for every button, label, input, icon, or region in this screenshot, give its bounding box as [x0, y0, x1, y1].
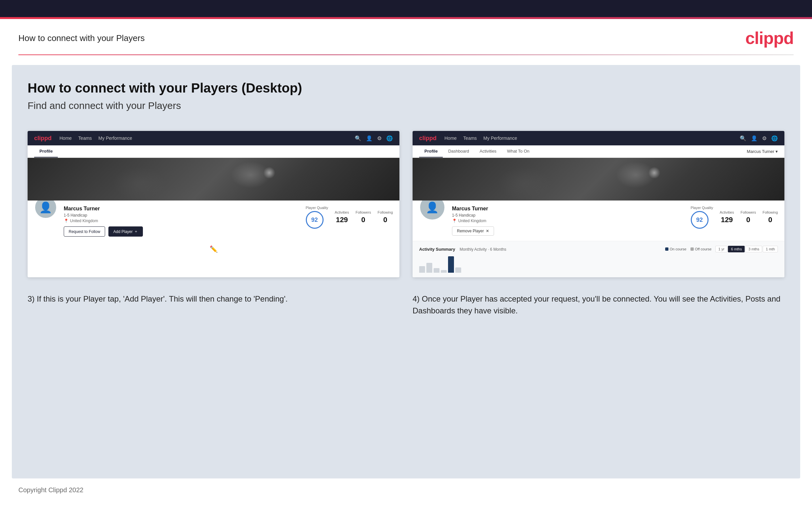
followers-label-1: Followers	[355, 210, 371, 214]
header: How to connect with your Players clippd	[0, 19, 812, 54]
time-btn-6mths[interactable]: 6 mths	[728, 246, 745, 252]
tabs-right-label[interactable]: Marcus Turner ▾	[747, 146, 778, 158]
settings-icon-2[interactable]: ⚙	[762, 135, 767, 142]
add-player-button[interactable]: Add Player ＋	[108, 226, 143, 237]
following-label-2: Following	[763, 210, 778, 214]
tab-profile-2[interactable]: Profile	[419, 146, 443, 158]
footer: Copyright Clippd 2022	[0, 478, 812, 502]
time-buttons: 1 yr 6 mths 3 mths 1 mth	[715, 246, 778, 252]
hero-texture-1	[28, 158, 399, 201]
search-icon-1[interactable]: 🔍	[355, 135, 361, 142]
following-value-2: 0	[763, 216, 778, 224]
chart-bar-5	[448, 256, 454, 273]
player-location-1: 📍 United Kingdom	[64, 219, 293, 223]
chart-bar-3	[434, 268, 440, 273]
followers-label-2: Followers	[741, 210, 756, 214]
stat-quality-2: Player Quality 92	[691, 206, 713, 229]
profile-section-2: 👤 Marcus Turner 1-5 Handicap 📍 United Ki…	[413, 201, 784, 241]
plus-icon: ＋	[134, 229, 138, 234]
stat-followers-2: Followers 0	[741, 210, 756, 224]
location-text-1: United Kingdom	[70, 219, 98, 223]
app-nav-icons-2: 🔍 👤 ⚙ 🌐	[740, 135, 778, 142]
scroll-icon-1: ✏️	[210, 245, 218, 253]
quality-circle-1: 92	[306, 211, 323, 229]
time-btn-3mths[interactable]: 3 mths	[745, 246, 762, 252]
remove-player-button[interactable]: Remove Player ✕	[452, 226, 494, 236]
search-icon-2[interactable]: 🔍	[740, 135, 746, 142]
hero-image-2	[413, 158, 784, 201]
profile-info-2: Marcus Turner 1-5 Handicap 📍 United King…	[452, 206, 678, 236]
globe-icon-1[interactable]: 🌐	[386, 135, 393, 142]
time-btn-1yr[interactable]: 1 yr	[715, 246, 727, 252]
page-title: How to connect with your Players (Deskto…	[28, 81, 784, 96]
legend-offcourse: Off course	[691, 247, 712, 251]
chart-bar-1	[419, 266, 425, 273]
app-nav-icons-1: 🔍 👤 ⚙ 🌐	[355, 135, 393, 142]
player-name-1: Marcus Turner	[64, 206, 293, 212]
player-actions-1: Request to Follow Add Player ＋	[64, 226, 293, 237]
activities-label-1: Activities	[335, 210, 349, 214]
app-nav-links-2: Home Teams My Performance	[445, 135, 517, 141]
clippd-logo: clippd	[745, 28, 794, 48]
chart-bar-2	[426, 263, 432, 273]
tab-profile-1[interactable]: Profile	[34, 146, 58, 158]
nav-home-1[interactable]: Home	[59, 135, 71, 141]
followers-value-1: 0	[355, 216, 371, 224]
legend-dot-oncourse	[665, 247, 668, 251]
player-name-2: Marcus Turner	[452, 206, 678, 212]
caption-3: 3) If this is your Player tap, 'Add Play…	[28, 293, 399, 305]
main-content: How to connect with your Players (Deskto…	[12, 65, 800, 478]
globe-icon-2[interactable]: 🌐	[771, 135, 778, 142]
settings-icon-1[interactable]: ⚙	[377, 135, 382, 142]
avatar-person-icon-1: 👤	[39, 201, 52, 214]
screenshots-row: clippd Home Teams My Performance 🔍 👤 ⚙ 🌐…	[28, 131, 784, 277]
location-text-2: United Kingdom	[458, 219, 486, 223]
time-btn-1mth[interactable]: 1 mth	[763, 246, 778, 252]
location-icon-2: 📍	[452, 219, 457, 223]
activities-value-2: 129	[720, 216, 734, 224]
activity-title: Activity Summary	[419, 247, 455, 252]
page-subtitle: Find and connect with your Players	[28, 100, 784, 111]
caption-block-4: 4) Once your Player has accepted your re…	[413, 293, 784, 317]
request-follow-button[interactable]: Request to Follow	[64, 226, 105, 237]
nav-teams-2[interactable]: Teams	[463, 135, 476, 141]
tab-activities-2[interactable]: Activities	[474, 146, 502, 158]
app-tabs-1: Profile	[28, 146, 399, 158]
top-bar	[0, 0, 812, 17]
stat-following-1: Following 0	[378, 210, 393, 224]
activities-label-2: Activities	[720, 210, 734, 214]
user-icon-1[interactable]: 👤	[366, 135, 372, 142]
player-location-2: 📍 United Kingdom	[452, 219, 678, 223]
caption-4: 4) Once your Player has accepted your re…	[413, 293, 784, 317]
nav-teams-1[interactable]: Teams	[78, 135, 92, 141]
nav-performance-1[interactable]: My Performance	[99, 135, 133, 141]
location-icon-1: 📍	[64, 219, 69, 223]
tab-dashboard-2[interactable]: Dashboard	[443, 146, 474, 158]
stats-row-1: Player Quality 92 Activities 129 Followe…	[299, 206, 393, 229]
legend-oncourse: On course	[665, 247, 687, 251]
add-player-label: Add Player	[113, 229, 133, 234]
activity-header: Activity Summary Monthly Activity · 6 Mo…	[419, 246, 778, 252]
close-icon: ✕	[486, 229, 489, 233]
screenshot-2: clippd Home Teams My Performance 🔍 👤 ⚙ 🌐…	[413, 131, 784, 277]
tab-what-to-on-2[interactable]: What To On	[502, 146, 535, 158]
scroll-area-1: ✏️	[28, 242, 399, 256]
activity-controls: On course Off course 1 yr 6 mths 3 mths …	[665, 246, 778, 252]
chart-bar-6	[455, 268, 461, 273]
copyright: Copyright Clippd 2022	[18, 486, 84, 494]
following-value-1: 0	[378, 216, 393, 224]
legend-label-oncourse: On course	[670, 247, 687, 251]
page-breadcrumb: How to connect with your Players	[18, 33, 145, 43]
nav-performance-2[interactable]: My Performance	[484, 135, 517, 141]
stats-row-2: Player Quality 92 Activities 129 Followe…	[684, 206, 778, 229]
remove-player-label: Remove Player	[457, 229, 484, 233]
activity-subtitle: Monthly Activity · 6 Months	[460, 247, 506, 252]
stat-following-2: Following 0	[763, 210, 778, 224]
user-icon-2[interactable]: 👤	[751, 135, 757, 142]
nav-home-2[interactable]: Home	[445, 135, 457, 141]
player-actions-2: Remove Player ✕	[452, 226, 678, 236]
captions-row: 3) If this is your Player tap, 'Add Play…	[28, 293, 784, 317]
followers-value-2: 0	[741, 216, 756, 224]
activity-summary: Activity Summary Monthly Activity · 6 Mo…	[413, 241, 784, 277]
profile-info-1: Marcus Turner 1-5 Handicap 📍 United King…	[64, 206, 293, 237]
